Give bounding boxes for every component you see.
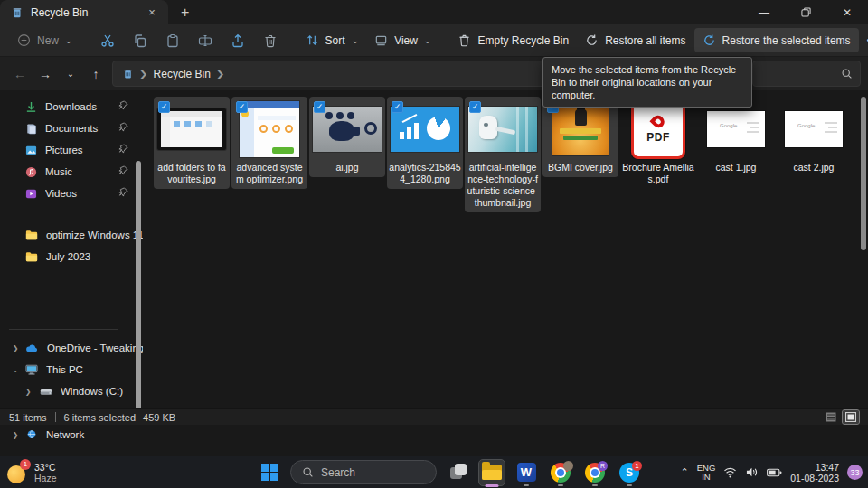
- view-button[interactable]: View ⌄: [366, 28, 439, 52]
- music-icon: [25, 166, 37, 178]
- weather-widget[interactable]: 1 33°C Haze: [7, 462, 57, 483]
- system-tray: ⌃ ENG IN 13:47 01-08-2023 33: [680, 456, 863, 488]
- status-separator: [184, 412, 184, 422]
- sidebar-item-label: July 2023: [46, 251, 143, 262]
- volume-icon[interactable]: [745, 466, 759, 478]
- file-name: analytics-2158454_1280.png: [389, 162, 461, 185]
- tree-chevron-icon[interactable]: ❯: [24, 388, 33, 396]
- file-tile[interactable]: analytics-2158454_1280.png✓: [387, 97, 463, 189]
- search-placeholder: Search: [321, 466, 355, 479]
- file-tile[interactable]: PDFBrochure Amellias.pdf: [620, 97, 696, 189]
- tree-chevron-icon[interactable]: ❯: [11, 344, 20, 352]
- sidebar-item-downloads[interactable]: Downloads: [0, 96, 143, 117]
- file-tile[interactable]: ai.jpg✓: [309, 97, 385, 177]
- search-box[interactable]: [752, 61, 861, 87]
- file-thumbnail: Google: [785, 111, 843, 147]
- selection-checkbox[interactable]: ✓: [469, 101, 481, 113]
- sidebar-item-this-pc[interactable]: ⌄This PC: [0, 359, 143, 380]
- close-button[interactable]: ✕: [826, 0, 868, 24]
- wifi-icon[interactable]: [723, 466, 737, 478]
- taskbar-search[interactable]: Search: [290, 460, 437, 484]
- clock[interactable]: 13:47 01-08-2023: [790, 462, 839, 483]
- file-thumbnail: [552, 104, 609, 155]
- chrome-taskbar-button[interactable]: [547, 457, 574, 487]
- file-tile[interactable]: BGMI cover.jpg✓: [542, 97, 618, 177]
- word-taskbar-button[interactable]: W: [513, 457, 540, 487]
- search-icon: [841, 68, 853, 80]
- sidebar-item-optimize-windows-11[interactable]: optimize Windows 11: [0, 224, 143, 246]
- tray-expand-button[interactable]: ⌃: [680, 466, 688, 478]
- paste-button[interactable]: [156, 28, 189, 53]
- share-button[interactable]: [222, 28, 254, 53]
- file-explorer-taskbar-button[interactable]: [478, 459, 505, 486]
- notification-badge[interactable]: 33: [847, 465, 863, 480]
- file-tile[interactable]: artificial-intelligence-technology-futur…: [465, 97, 541, 212]
- pdf-file-icon: PDF: [631, 99, 685, 159]
- tab-recycle-bin[interactable]: Recycle Bin ×: [0, 0, 168, 24]
- sidebar-item-music[interactable]: Music: [0, 161, 143, 183]
- file-tile[interactable]: Googlecast 1.jpg: [698, 97, 774, 177]
- sidebar-item-documents[interactable]: Documents: [0, 117, 143, 139]
- file-name: add folders to favourites.jpg: [156, 162, 228, 185]
- cut-button[interactable]: [91, 28, 124, 53]
- sort-button[interactable]: Sort ⌄: [297, 28, 367, 52]
- this-pc-icon: [25, 364, 38, 375]
- more-options-button[interactable]: •••: [859, 30, 868, 51]
- thumbnail-view-toggle[interactable]: [843, 410, 859, 424]
- selected-count: 6 items selected: [64, 412, 136, 423]
- word-icon: W: [517, 463, 536, 482]
- breadcrumb-path[interactable]: Recycle Bin: [154, 68, 211, 80]
- file-tile[interactable]: advanced system optimizer.png✓: [231, 97, 307, 189]
- pin-icon: [118, 165, 128, 177]
- task-view-button[interactable]: [444, 457, 471, 487]
- command-toolbar: New ⌄ Sor: [0, 24, 868, 57]
- battery-icon[interactable]: [767, 467, 782, 478]
- pictures-icon: [25, 145, 37, 156]
- back-button[interactable]: ←: [7, 61, 33, 87]
- folder-icon: [482, 465, 502, 480]
- sidebar-item-pictures[interactable]: Pictures: [0, 139, 143, 161]
- view-label: View: [394, 34, 418, 47]
- empty-recycle-bin-button[interactable]: Empty Recycle Bin: [449, 28, 577, 52]
- sidebar-item-windows-c-[interactable]: ❯Windows (C:): [0, 380, 143, 402]
- chrome2-taskbar-button[interactable]: R: [581, 457, 609, 487]
- minimize-button[interactable]: —: [743, 0, 785, 24]
- file-thumbnail: [157, 108, 226, 150]
- tree-chevron-icon[interactable]: ❯: [11, 431, 20, 439]
- file-list-area: add folders to favourites.jpg✓advanced s…: [143, 90, 868, 440]
- sidebar-scrollbar[interactable]: [136, 161, 141, 420]
- sidebar-item-july-2023[interactable]: July 2023: [0, 246, 143, 267]
- selection-checkbox[interactable]: ✓: [236, 101, 248, 113]
- language-indicator[interactable]: ENG IN: [697, 464, 716, 482]
- details-view-toggle[interactable]: [823, 410, 839, 424]
- new-tab-button[interactable]: +: [168, 5, 202, 24]
- restore-all-items-button[interactable]: Restore all items: [577, 28, 693, 52]
- chevron-down-icon: ⌄: [64, 36, 74, 45]
- selection-checkbox[interactable]: ✓: [314, 101, 326, 113]
- skype-taskbar-button[interactable]: S 1: [616, 457, 643, 487]
- main-scrollbar[interactable]: [861, 97, 866, 250]
- forward-button[interactable]: →: [33, 61, 58, 87]
- restore-button[interactable]: [785, 0, 826, 24]
- status-separator: [55, 412, 56, 422]
- copy-button[interactable]: [124, 28, 156, 53]
- selection-checkbox[interactable]: ✓: [158, 101, 170, 113]
- file-tile[interactable]: add folders to favourites.jpg✓: [154, 97, 230, 189]
- sidebar-item-videos[interactable]: Videos: [0, 183, 143, 204]
- sidebar-item-network[interactable]: ❯Network: [0, 424, 143, 440]
- new-button[interactable]: New ⌄: [9, 28, 80, 52]
- tree-chevron-icon[interactable]: ⌄: [11, 366, 20, 374]
- recent-locations-button[interactable]: ⌄: [58, 61, 83, 87]
- selection-checkbox[interactable]: ✓: [392, 101, 403, 113]
- tab-close-button[interactable]: ×: [145, 5, 159, 19]
- file-tile[interactable]: Googlecast 2.jpg: [776, 97, 852, 177]
- restore-tooltip: Move the selected items from the Recycle…: [542, 57, 752, 108]
- file-thumbnail: [313, 107, 382, 152]
- up-button[interactable]: ↑: [83, 61, 108, 87]
- rename-button[interactable]: [189, 28, 222, 53]
- delete-button[interactable]: [254, 28, 287, 53]
- breadcrumb-separator: ❯: [216, 70, 225, 79]
- start-button[interactable]: [256, 459, 283, 486]
- restore-selected-items-button[interactable]: Restore the selected items: [694, 28, 859, 52]
- sidebar-item-onedrive-tweaking-techn[interactable]: ❯OneDrive - Tweaking Techn: [0, 337, 143, 359]
